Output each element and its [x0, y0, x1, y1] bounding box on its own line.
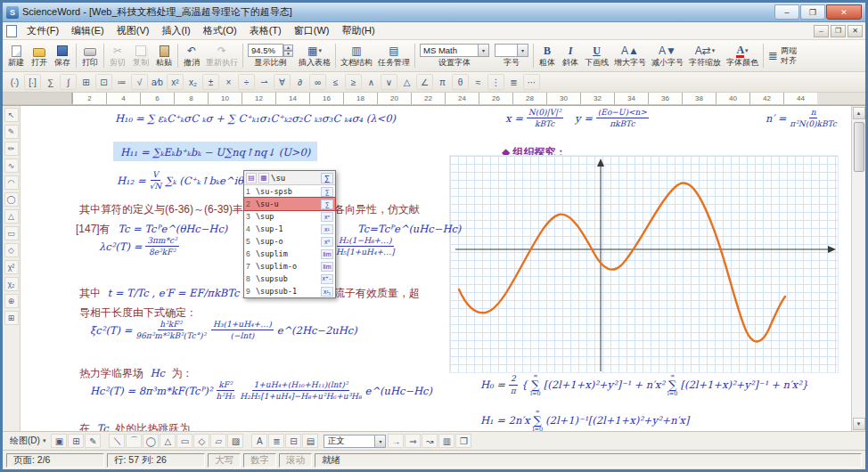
math-symbol-button[interactable]: ∞ — [309, 74, 326, 90]
open-button[interactable]: 打开 — [28, 41, 51, 70]
save-button[interactable]: 保存 — [51, 41, 74, 70]
math-symbol-button[interactable]: ≔ — [113, 74, 130, 90]
mdi-restore-button[interactable]: ❐ — [831, 25, 846, 37]
autocomplete-item[interactable]: 8 \supsub x⁺₋ — [244, 273, 335, 285]
left-tool-button[interactable]: ⊕ — [4, 294, 19, 308]
format-tool-button[interactable]: ⊟ — [285, 434, 301, 448]
shape-tool-button[interactable]: ◯ — [143, 434, 159, 448]
autocomplete-item[interactable]: 6 \suplim lim — [244, 248, 335, 260]
new-button[interactable]: 新建 — [4, 41, 28, 70]
underline-button[interactable]: U 下画线 — [582, 41, 611, 70]
draw-tool-button[interactable]: ⊞ — [68, 434, 84, 448]
font-size-select[interactable] — [495, 44, 518, 57]
copy-button[interactable]: 复制 — [129, 41, 152, 70]
keyboard-icon[interactable]: ▤ — [246, 173, 257, 183]
format-tool-button[interactable]: ▤ — [302, 434, 318, 448]
bold-button[interactable]: B 粗体 — [536, 41, 559, 70]
scrollbar-thumb[interactable] — [854, 122, 864, 172]
arrow-tool-button[interactable]: ❐ — [455, 434, 471, 448]
scroll-down-icon[interactable]: ▼ — [853, 418, 865, 430]
shape-tool-button[interactable]: △ — [160, 434, 176, 448]
math-symbol-button[interactable]: x₂ — [184, 74, 201, 90]
math-symbol-button[interactable]: ≤ — [327, 74, 344, 90]
mdi-close-button[interactable]: ✕ — [848, 25, 863, 37]
math-symbol-button[interactable]: ⊡ — [95, 74, 112, 90]
arrow-tool-button[interactable]: ⇒ — [405, 434, 421, 448]
left-tool-button[interactable]: ▭ — [4, 226, 19, 240]
left-tool-button[interactable]: ↖ — [4, 108, 19, 122]
shape-tool-button[interactable]: ▱ — [210, 434, 226, 448]
math-symbol-button[interactable]: ∠ — [416, 74, 433, 90]
math-symbol-button[interactable]: ⋮ — [487, 74, 504, 90]
close-button[interactable]: ✕ — [826, 4, 862, 20]
math-symbol-button[interactable]: π — [434, 74, 451, 90]
justify-button[interactable]: ≣ 两端对齐 — [766, 41, 803, 70]
math-symbol-button[interactable]: x² — [167, 74, 184, 90]
math-symbol-button[interactable]: ⇀ — [256, 74, 273, 90]
arrow-tool-button[interactable]: → — [388, 434, 404, 448]
italic-button[interactable]: I 斜体 — [559, 41, 582, 70]
left-tool-button[interactable]: ✎ — [4, 125, 19, 139]
mdi-minimize-button[interactable]: – — [814, 25, 829, 37]
shape-tool-button[interactable]: ◇ — [193, 434, 209, 448]
char-scale-button[interactable]: A⇄▾ 字符缩放 — [686, 41, 724, 70]
math-symbol-button[interactable]: ± — [202, 74, 219, 90]
math-symbol-button[interactable]: △ — [398, 74, 415, 90]
autocomplete-item[interactable]: 9 \supsub-1 x¹₁ — [244, 285, 335, 297]
zoom-up-icon[interactable]: ▲ — [283, 45, 293, 51]
left-tool-button[interactable]: χ² — [4, 260, 19, 274]
shape-tool-button[interactable]: ⌒ — [126, 434, 142, 448]
shape-tool-button[interactable]: ▨ — [227, 434, 243, 448]
math-symbol-button[interactable]: √ — [131, 74, 148, 90]
font-color-button[interactable]: A▾ 字体颜色 — [724, 41, 761, 70]
math-symbol-button[interactable]: ∀ — [274, 74, 291, 90]
math-symbol-button[interactable]: × — [220, 74, 237, 90]
document-canvas[interactable]: H₁₀ = ∑ εₖC⁺ₖσC ₖσ + ∑ C⁺ₖ₁σ₁C⁺ₖ₂σ₂C ₖ₃σ… — [20, 106, 851, 431]
grid-icon[interactable]: ▦ — [258, 173, 269, 183]
left-tool-button[interactable]: ∿ — [4, 159, 19, 173]
math-symbol-button[interactable]: ≈ — [470, 74, 487, 90]
task-manager-button[interactable]: ▤ 任务管理 — [375, 41, 413, 70]
zoom-down-icon[interactable]: ▼ — [283, 51, 293, 57]
format-tool-button[interactable]: ≣ — [268, 434, 284, 448]
math-symbol-button[interactable]: ⋯ — [523, 74, 540, 90]
undo-button[interactable]: ↶ 撤消 — [180, 41, 203, 70]
chevron-down-icon[interactable]: ▾ — [375, 435, 386, 448]
font-select[interactable]: MS Math — [420, 44, 479, 57]
maximize-button[interactable]: ❐ — [800, 4, 825, 20]
grow-font-button[interactable]: A▲ 增大字号 — [611, 41, 649, 70]
math-symbol-button[interactable]: ≥ — [345, 74, 362, 90]
math-symbol-button[interactable]: ≣ — [505, 74, 522, 90]
math-symbol-button[interactable]: ⊞ — [78, 74, 94, 90]
left-tool-button[interactable]: ✏ — [4, 142, 19, 156]
arrow-tool-button[interactable]: ▥ — [438, 434, 454, 448]
math-symbol-button[interactable]: θ — [452, 74, 469, 90]
insert-table-button[interactable]: ▦▾ 插入表格 — [296, 41, 333, 70]
draw-tool-button[interactable]: ✎ — [85, 434, 101, 448]
menu-item[interactable]: 帮助(H) — [335, 22, 381, 39]
math-symbol-button[interactable]: a∕b — [149, 74, 166, 90]
left-tool-button[interactable]: △ — [4, 209, 19, 224]
print-button[interactable]: 打印 — [78, 41, 102, 70]
shape-tool-button[interactable]: ＼ — [109, 434, 125, 448]
autocomplete-item[interactable]: 2 \su-u ∑ — [244, 198, 335, 210]
shrink-font-button[interactable]: A▼ 减小字号 — [649, 41, 686, 70]
math-symbol-button[interactable]: ∫ — [60, 74, 77, 90]
menu-item[interactable]: 格式(O) — [197, 22, 243, 39]
chevron-down-icon[interactable]: ▾ — [518, 44, 528, 57]
autocomplete-item[interactable]: 7 \suplim-o lim — [244, 260, 335, 273]
format-tool-button[interactable]: A — [251, 434, 267, 448]
menu-item[interactable]: 窗口(W) — [288, 22, 336, 39]
left-tool-button[interactable]: χ₂ — [4, 277, 19, 291]
arrow-tool-button[interactable]: ↝ — [422, 434, 438, 448]
menu-item[interactable]: 表格(T) — [243, 22, 288, 39]
paste-button[interactable]: 粘贴 — [152, 41, 176, 70]
left-tool-button[interactable]: ◇ — [4, 243, 19, 257]
math-symbol-button[interactable]: ∑ — [42, 74, 59, 90]
menu-item[interactable]: 视图(V) — [111, 22, 156, 39]
draw-tool-button[interactable]: ▣ — [51, 434, 67, 448]
draw-menu-button[interactable]: 绘图(D) ▾ — [6, 435, 49, 447]
math-symbol-button[interactable]: ∨ — [381, 74, 397, 90]
chevron-down-icon[interactable]: ▾ — [479, 44, 489, 57]
math-symbol-button[interactable]: ∧ — [363, 74, 380, 90]
